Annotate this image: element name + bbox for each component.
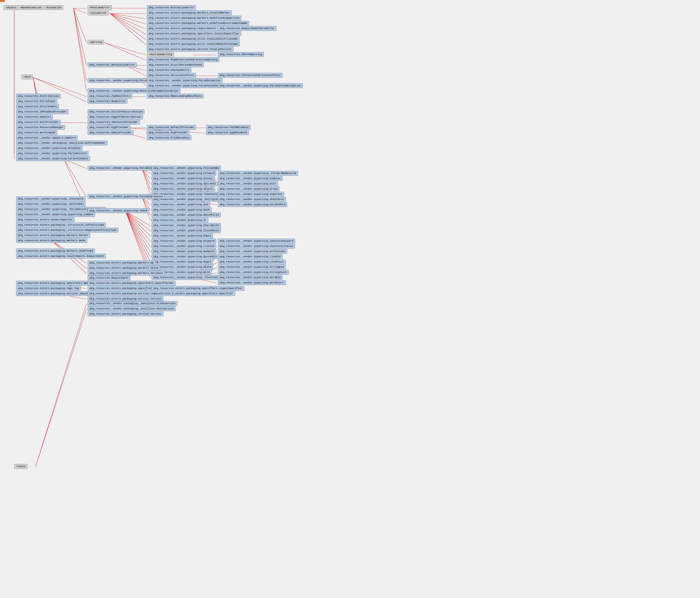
node-WordEnd: pkg_resources._vendor.pyparsing.WordEnd	[218, 275, 282, 280]
node-Keyword: pkg_resources._vendor.pyparsing.Keyword	[152, 239, 216, 243]
svg-line-57	[126, 211, 150, 231]
node-Suppress: pkg_resources._vendor.pyparsing.Suppress	[218, 192, 284, 197]
node-pyparsing_common: pkg_resources._vendor.pyparsing.pyparsin…	[16, 212, 95, 217]
node-StringStart: pkg_resources._vendor.pyparsing.StringSt…	[218, 270, 289, 275]
node-ParseExpression: pkg_resources._vendor.pyparsing.ParseExp…	[88, 194, 165, 199]
node-InfinityType: pkg_resources.extern.packaging._structur…	[16, 223, 106, 227]
node-Environment: pkg_resources.Environment	[16, 104, 59, 109]
node-RequirementParseError: pkg_resources.RequirementParseError	[218, 26, 276, 31]
node-dict: •dict	[21, 75, 33, 79]
svg-line-15	[110, 14, 146, 45]
svg-line-3	[73, 8, 86, 14]
node-ZipManifests: pkg_resources.ZipManifests	[88, 94, 132, 99]
node-Dict_py: pkg_resources._vendor.pyparsing.Dict	[218, 181, 278, 186]
node-StringEnd: pkg_resources._vendor.pyparsing.StringEn…	[218, 265, 286, 269]
node-ext_markers_UndefinedComparison: pkg_resources.extern.packaging.markers.U…	[147, 16, 241, 20]
node-ParseResults: pkg_resources._vendor.pyparsing.ParseRes…	[16, 151, 89, 156]
node-SpecifierSet: pkg_resources.extern.packaging.specifier…	[88, 281, 176, 286]
node-ResolutionError: pkg_resources.ResolutionError	[88, 62, 136, 67]
node-UnknownExtra: pkg_resources.UnknownExtra	[147, 68, 191, 73]
node-BaseVersion: pkg_resources.extern.packaging.version._…	[16, 291, 100, 296]
svg-line-10	[110, 14, 146, 19]
node-ext_utils_InvalidSdist: pkg_resources.extern.packaging.utils.Inv…	[147, 36, 240, 41]
svg-line-94	[35, 309, 86, 467]
node-Tag: pkg_resources.extern.packaging.tags.Tag	[16, 286, 81, 291]
node-ParseSyntaxException: pkg_resources._vendor.pyparsing.ParseSyn…	[218, 83, 303, 88]
node-ZeroOrMore: pkg_resources._vendor.pyparsing.ZeroOrMo…	[218, 202, 287, 207]
node-RuntimeError: •RuntimeError	[88, 5, 112, 10]
node-Undefined: pkg_resources.extern.packaging.markers.U…	[16, 249, 95, 253]
node-Marker: pkg_resources.extern.packaging.markers.M…	[16, 233, 90, 238]
node-Literal: pkg_resources._vendor.pyparsing.Literal	[152, 244, 216, 249]
node-Combine: pkg_resources._vendor.pyparsing.Combine	[218, 176, 282, 181]
node-NotAny: pkg_resources._vendor.pyparsing.NotAny	[152, 176, 215, 181]
node-IMetadataProvider: pkg_resources.IMetadataProvider	[16, 109, 69, 114]
node-CharsNotIn: pkg_resources._vendor.pyparsing.CharsNot…	[152, 223, 221, 228]
node-MarkersVariable: pkg_resources.extern.packaging.markers.V…	[88, 271, 165, 276]
node-Requirement: pkg_resources.extern.packaging.requireme…	[16, 254, 106, 259]
node-FollowedBy: pkg_resources._vendor.pyparsing.Followed…	[152, 166, 221, 171]
svg-line-64	[126, 211, 150, 267]
svg-line-93	[35, 304, 86, 467]
node-PEP440Warning: pkg_resources.PEP440Warning	[218, 52, 264, 57]
node-DistributionNotFound: pkg_resources.DistributionNotFound	[147, 62, 204, 67]
node-EggProvider: pkg_resources.EggProvider	[88, 125, 130, 130]
node-Forward: pkg_resources._vendor.pyparsing.Forward	[152, 171, 216, 176]
node-MatchFirst: pkg_resources._vendor.pyparsing.MatchFir…	[152, 213, 221, 217]
node-Exception: •Exception	[44, 5, 63, 10]
svg-line-62	[126, 211, 150, 257]
node-LegacyVersion: pkg_resources.extern.packaging.version.L…	[88, 291, 173, 296]
node-ext_ver_InvalidVer: pkg_resources.extern.packaging.version.I…	[147, 47, 233, 52]
node-BaseException: •BaseException	[18, 5, 43, 10]
node-appdirs_AppDirs: pkg_resources._vendor.appdirs.AppDirs	[16, 135, 78, 140]
svg-line-4	[73, 8, 86, 43]
svg-line-5	[73, 8, 86, 66]
node-DefaultProvider: pkg_resources.DefaultProvider	[147, 125, 196, 130]
node-CloseMatch: pkg_resources._vendor.pyparsing.CloseMat…	[152, 228, 221, 233]
svg-line-42	[142, 168, 150, 189]
svg-line-17	[104, 43, 146, 55]
node-EmptyProvider: pkg_resources.EmptyProvider	[88, 130, 133, 135]
node-ext_markers_InvalidMarker: pkg_resources.extern.packaging.markers.I…	[147, 10, 232, 15]
node-QuotedString: pkg_resources._vendor.pyparsing.QuotedSt…	[152, 254, 224, 259]
node-OnlyOnce: pkg_resources._vendor.pyparsing.OnlyOnce	[16, 146, 82, 151]
node-ReqExtras: pkg_resources.ReqExtras	[88, 99, 127, 104]
node-VersionConflict: pkg_resources.VersionConflict	[147, 73, 196, 78]
node-VendorImporter: pkg_resources.extern.VendorImporter	[16, 217, 75, 222]
svg-line-58	[126, 211, 150, 236]
node-ExtractionError: pkg_resources.ExtractionError	[147, 5, 196, 10]
node-ext_markers_UndefinedEnvName: pkg_resources.extern.packaging.markers.U…	[147, 21, 249, 26]
svg-line-7	[73, 8, 86, 92]
node-ext_spec_InvalidSpec: pkg_resources.extern.packaging.specifier…	[147, 31, 241, 36]
node-ContextualVersionConflict: pkg_resources.ContextualVersionConflict	[218, 73, 282, 78]
node-NoMatch: pkg_resources._vendor.pyparsing.NoMatch	[152, 249, 216, 254]
svg-line-59	[126, 211, 150, 241]
node-LegacySpecifier: pkg_resources.extern.packaging.specifier…	[152, 286, 244, 291]
node-ResourceManager: pkg_resources.ResourceManager	[16, 125, 65, 130]
node-manylinux_ELF: pkg_resources._vendor.packaging._manylin…	[16, 140, 107, 145]
node-muslVersion: pkg_resources._vendor.packaging._musllin…	[88, 306, 176, 311]
node-Node: pkg_resources.extern.packaging.markers.N…	[16, 238, 87, 243]
node-Regex: pkg_resources._vendor.pyparsing.Regex	[152, 259, 213, 264]
node-LineEnd: pkg_resources._vendor.pyparsing.LineEnd	[218, 254, 282, 259]
node-NegativeInfinityType: pkg_resources.extern.packaging._structur…	[16, 228, 118, 232]
node-White: pkg_resources._vendor.pyparsing.White	[152, 265, 213, 269]
node-CaselessKeyword: pkg_resources._vendor.pyparsing.Caseless…	[218, 239, 295, 243]
node-MarkersValue: pkg_resources.extern.packaging.markers.V…	[88, 266, 160, 270]
diagram-canvas: •object•BaseException•Exception•RuntimeE…	[0, 0, 700, 598]
node-Distribution: pkg_resources.Distribution	[16, 94, 60, 99]
svg-line-6	[73, 8, 86, 81]
node-Version3: pkg_resources.extern.packaging.version.V…	[88, 312, 164, 316]
node-And: pkg_resources._vendor.pyparsing.And	[152, 202, 210, 207]
node-RuntimeWarning: •RuntimeWarning	[147, 52, 174, 57]
svg-line-41	[142, 168, 150, 184]
node-OneOrMore: pkg_resources._vendor.pyparsing.OneOrMor…	[218, 197, 286, 202]
svg-line-61	[126, 211, 150, 252]
node-PathMetadata: pkg_resources.PathMetadata	[206, 125, 251, 130]
node-MemoizedZipManifests: pkg_resources.MemoizedZipManifests	[147, 94, 204, 99]
node-Each: pkg_resources._vendor.pyparsing.Each	[152, 207, 212, 212]
node-NullProvider: pkg_resources.NullProvider	[16, 120, 60, 125]
node-object: •object	[4, 5, 18, 10]
svg-line-56	[126, 211, 150, 226]
node-RecursiveGrammarException: pkg_resources._vendor.pyparsing.Recursiv…	[88, 88, 180, 93]
